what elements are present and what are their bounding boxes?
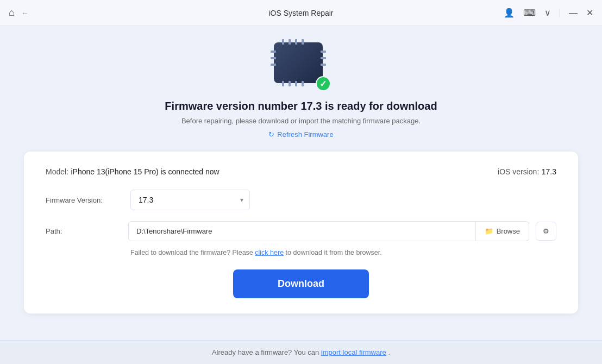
help-text-after: to download it from the browser. bbox=[286, 249, 382, 256]
refresh-label: Refresh Firmware bbox=[277, 130, 333, 139]
help-text: Failed to download the firmware? Please … bbox=[46, 249, 556, 256]
ios-value: 17.3 bbox=[542, 167, 556, 176]
title-bar-left: ⌂ ← bbox=[9, 7, 29, 18]
pin bbox=[295, 39, 297, 45]
pin bbox=[289, 81, 291, 86]
footer-text-after: . bbox=[388, 348, 390, 356]
pin bbox=[271, 57, 276, 59]
firmware-version-select-wrapper: 17.3 ▾ bbox=[130, 190, 250, 210]
folder-icon: 📁 bbox=[485, 227, 493, 235]
pin bbox=[295, 81, 297, 86]
path-input-wrapper: 📁 Browse bbox=[128, 221, 529, 241]
pin bbox=[282, 39, 284, 45]
close-button[interactable]: ✕ bbox=[586, 8, 593, 18]
hero-subtitle: Before repairing, please download or imp… bbox=[181, 117, 421, 125]
help-text-before: Failed to download the firmware? Please bbox=[130, 249, 255, 256]
separator bbox=[560, 9, 560, 17]
path-input[interactable] bbox=[128, 221, 476, 241]
pin bbox=[302, 81, 304, 86]
firmware-version-select[interactable]: 17.3 bbox=[130, 190, 250, 210]
hero-title: Firmware version number 17.3 is ready fo… bbox=[165, 100, 437, 112]
pin bbox=[289, 39, 291, 45]
import-firmware-link[interactable]: import local firmware bbox=[321, 348, 386, 356]
firmware-card: Model: iPhone 13(iPhone 15 Pro) is conne… bbox=[24, 152, 578, 313]
title-bar-right: 👤 ⌨ ∨ — ✕ bbox=[504, 8, 593, 18]
download-button[interactable]: Download bbox=[233, 269, 369, 298]
check-badge: ✓ bbox=[316, 76, 331, 91]
footer-text: Already have a firmware? You can bbox=[212, 348, 321, 356]
pin bbox=[321, 57, 326, 59]
home-button[interactable]: ⌂ bbox=[9, 7, 15, 18]
refresh-firmware-link[interactable]: ↻ Refresh Firmware bbox=[268, 130, 333, 139]
pin bbox=[282, 81, 284, 86]
keyboard-icon[interactable]: ⌨ bbox=[523, 8, 536, 18]
browse-label: Browse bbox=[497, 227, 520, 235]
back-button[interactable]: ← bbox=[21, 9, 29, 17]
click-here-link[interactable]: click here bbox=[255, 249, 284, 256]
pin bbox=[321, 64, 326, 66]
settings-button[interactable]: ⚙ bbox=[536, 222, 556, 241]
pin bbox=[302, 39, 304, 45]
chip-pins-top bbox=[282, 39, 304, 45]
chip-pins-bottom bbox=[282, 81, 304, 86]
device-info-row: Model: iPhone 13(iPhone 15 Pro) is conne… bbox=[46, 167, 556, 177]
ios-label: iOS version: bbox=[498, 167, 539, 176]
firmware-version-row: Firmware Version: 17.3 ▾ bbox=[46, 190, 556, 210]
path-label: Path: bbox=[46, 227, 122, 235]
hero-image: ✓ bbox=[271, 42, 331, 91]
pin bbox=[321, 51, 326, 53]
minimize-button[interactable]: — bbox=[569, 8, 578, 18]
pin bbox=[271, 64, 276, 66]
model-info: Model: iPhone 13(iPhone 15 Pro) is conne… bbox=[46, 167, 220, 177]
pin bbox=[271, 51, 276, 53]
chevron-down-icon[interactable]: ∨ bbox=[544, 8, 551, 18]
browse-button[interactable]: 📁 Browse bbox=[476, 221, 529, 241]
title-bar: ⌂ ← iOS System Repair 👤 ⌨ ∨ — ✕ bbox=[0, 0, 602, 26]
chip-pins-right bbox=[321, 51, 326, 66]
refresh-icon: ↻ bbox=[268, 130, 274, 139]
firmware-version-label: Firmware Version: bbox=[46, 196, 122, 204]
chip-body bbox=[274, 42, 323, 83]
ios-info: iOS version: 17.3 bbox=[498, 167, 556, 177]
model-value: iPhone 13(iPhone 15 Pro) is connected no… bbox=[71, 167, 219, 176]
main-content: ✓ Firmware version number 17.3 is ready … bbox=[0, 26, 602, 340]
footer: Already have a firmware? You can import … bbox=[0, 340, 602, 364]
user-icon[interactable]: 👤 bbox=[504, 8, 515, 18]
gear-icon: ⚙ bbox=[543, 227, 549, 235]
hero-section: ✓ Firmware version number 17.3 is ready … bbox=[165, 42, 437, 139]
window-title: iOS System Repair bbox=[268, 9, 333, 17]
chip-pins-left bbox=[271, 51, 276, 66]
path-row: Path: 📁 Browse ⚙ bbox=[46, 221, 556, 241]
model-label: Model: bbox=[46, 167, 68, 176]
